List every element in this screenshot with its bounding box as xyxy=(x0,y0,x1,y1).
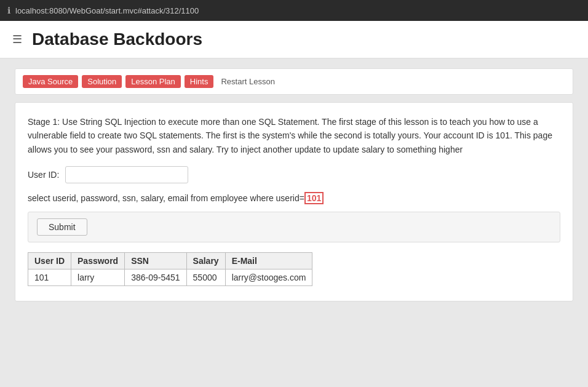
content-panel: Stage 1: Use String SQL Injection to exe… xyxy=(15,102,573,301)
userid-form-row: User ID: xyxy=(28,166,560,183)
tab-java-source[interactable]: Java Source xyxy=(23,75,78,88)
address-bar: ℹ localhost:8080/WebGoat/start.mvc#attac… xyxy=(0,0,588,21)
tab-lesson-plan[interactable]: Lesson Plan xyxy=(125,75,181,88)
col-ssn: SSN xyxy=(125,253,186,269)
query-value: 101 xyxy=(304,192,324,204)
table-header-row: User ID Password SSN Salary E-Mail xyxy=(28,253,312,269)
cell-password: larry xyxy=(71,269,125,286)
info-icon: ℹ xyxy=(7,6,10,15)
stage-description: Stage 1: Use String SQL Injection to exe… xyxy=(28,115,560,156)
cell-userid: 101 xyxy=(28,269,71,286)
cell-ssn: 386-09-5451 xyxy=(125,269,186,286)
toolbar: Java Source Solution Lesson Plan Hints R… xyxy=(15,68,573,95)
tab-hints[interactable]: Hints xyxy=(185,75,214,88)
page-title: Database Backdoors xyxy=(32,30,202,49)
table-header: User ID Password SSN Salary E-Mail xyxy=(28,253,312,269)
submit-area: Submit xyxy=(28,212,560,242)
userid-label: User ID: xyxy=(28,170,59,180)
url-display: localhost:8080/WebGoat/start.mvc#attack/… xyxy=(15,6,199,15)
userid-input[interactable] xyxy=(65,166,188,183)
restart-lesson-button[interactable]: Restart Lesson xyxy=(217,75,278,88)
cell-email: larry@stooges.com xyxy=(225,269,312,286)
col-userid: User ID xyxy=(28,253,71,269)
tab-solution[interactable]: Solution xyxy=(82,75,122,88)
cell-salary: 55000 xyxy=(186,269,225,286)
col-password: Password xyxy=(71,253,125,269)
col-salary: Salary xyxy=(186,253,225,269)
header: ☰ Database Backdoors xyxy=(0,21,588,58)
submit-button[interactable]: Submit xyxy=(37,218,87,236)
query-prefix: select userid, password, ssn, salary, em… xyxy=(28,193,304,203)
col-email: E-Mail xyxy=(225,253,312,269)
table-row: 101 larry 386-09-5451 55000 larry@stooge… xyxy=(28,269,312,286)
result-table: User ID Password SSN Salary E-Mail 101 l… xyxy=(28,252,312,286)
hamburger-icon[interactable]: ☰ xyxy=(12,33,22,46)
query-display: select userid, password, ssn, salary, em… xyxy=(28,193,560,203)
table-body: 101 larry 386-09-5451 55000 larry@stooge… xyxy=(28,269,312,286)
main-content: Java Source Solution Lesson Plan Hints R… xyxy=(0,58,588,311)
